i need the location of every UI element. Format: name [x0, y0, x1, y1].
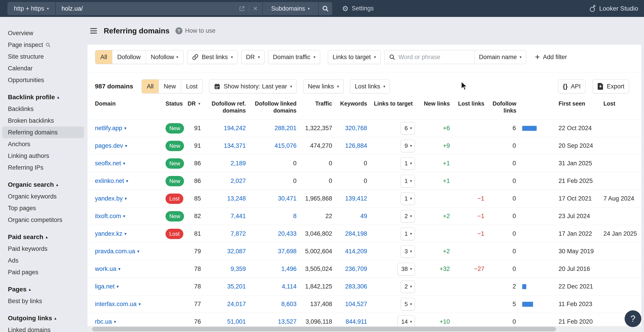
show-history-dropdown[interactable]: Show history: Last year ▾: [209, 80, 297, 94]
domain-link[interactable]: exlinko.net: [95, 178, 124, 184]
sidebar-item-organic-competitors[interactable]: Organic competitors: [2, 214, 84, 226]
chevron-down-icon[interactable]: ▾: [126, 178, 128, 184]
chevron-down-icon[interactable]: ▾: [114, 319, 116, 324]
sidebar-item-anchors[interactable]: Anchors: [2, 138, 84, 150]
how-to-use-link[interactable]: How to use: [185, 27, 216, 34]
add-filter-button[interactable]: + Add filter: [535, 53, 567, 61]
settings-button[interactable]: ⚙ Settings: [342, 0, 374, 17]
metric-link[interactable]: 30,471: [278, 195, 296, 202]
metric-link[interactable]: 32,087: [227, 248, 246, 255]
metric-link[interactable]: 7,872: [230, 230, 246, 237]
column-header-domain[interactable]: Domain: [95, 97, 166, 119]
api-button[interactable]: {} API: [558, 80, 585, 94]
metric-link[interactable]: 284,198: [345, 230, 367, 237]
column-header-dofollow-linked-domains[interactable]: Dofollow linked domains: [246, 97, 296, 119]
column-header-lost-links[interactable]: Lost links: [450, 97, 484, 119]
domain-traffic-filter[interactable]: Domain traffic ▾: [268, 50, 320, 64]
sidebar-section-backlink-profile[interactable]: Backlink profile▴: [2, 91, 84, 103]
metric-link[interactable]: 320,768: [345, 125, 367, 132]
links-to-target-select[interactable]: 1▾: [401, 157, 415, 170]
chevron-down-icon[interactable]: ▾: [123, 161, 125, 166]
metric-link[interactable]: 13,527: [278, 318, 296, 325]
metric-link[interactable]: 13,248: [227, 195, 246, 202]
column-header-new-links[interactable]: New links: [415, 97, 450, 119]
chevron-down-icon[interactable]: ▾: [139, 302, 141, 307]
sidebar-item-linked-domains[interactable]: Linked domains: [2, 324, 84, 332]
metric-link[interactable]: 2,189: [230, 160, 246, 167]
export-button[interactable]: Export: [592, 80, 629, 94]
domain-link[interactable]: liga.net: [95, 283, 114, 290]
column-header-status[interactable]: Status: [166, 97, 188, 119]
domain-link[interactable]: rbc.ua: [95, 318, 112, 325]
scrollbar-thumb[interactable]: [92, 327, 556, 331]
word-or-phrase-input[interactable]: Word or phrase: [384, 50, 474, 64]
chevron-down-icon[interactable]: ▾: [125, 143, 128, 148]
column-header-dr[interactable]: DR▼: [188, 97, 204, 119]
column-header-dofollow-ref-domains[interactable]: Dofollow ref. domains: [204, 97, 246, 119]
metric-link[interactable]: 8: [293, 213, 296, 220]
url-input[interactable]: holz.ua/ ✕: [55, 2, 263, 15]
follow-tab-nofollow[interactable]: Nofollow▾: [146, 50, 183, 64]
sidebar-item-page-inspect[interactable]: Page inspect: [2, 39, 84, 51]
search-button[interactable]: [318, 2, 332, 15]
links-to-target-select[interactable]: 38▾: [398, 263, 415, 276]
metric-link[interactable]: 126,884: [345, 142, 367, 149]
metric-link[interactable]: 415,076: [274, 142, 296, 149]
sidebar-item-referring-domains[interactable]: Referring domains: [2, 126, 84, 138]
metric-link[interactable]: 844,911: [346, 318, 367, 325]
domain-link[interactable]: yandex.by: [95, 195, 123, 202]
sidebar-section-outgoing-links[interactable]: Outgoing links▴: [2, 312, 84, 324]
metric-link[interactable]: 283,306: [345, 283, 367, 290]
dr-filter[interactable]: DR ▾: [241, 50, 265, 64]
domain-link[interactable]: itxoft.com: [95, 213, 121, 220]
sidebar-item-calendar[interactable]: Calendar: [2, 62, 84, 74]
links-to-target-select[interactable]: 6▾: [401, 122, 415, 135]
chevron-down-icon[interactable]: ▾: [125, 196, 127, 201]
chevron-down-icon[interactable]: ▾: [118, 266, 121, 272]
status-tab-lost[interactable]: Lost: [181, 80, 202, 93]
sidebar-item-paid-pages[interactable]: Paid pages: [2, 266, 84, 278]
chevron-down-icon[interactable]: ▾: [124, 231, 127, 236]
sidebar-item-site-structure[interactable]: Site structure: [2, 51, 84, 62]
column-header-traffic[interactable]: Traffic: [296, 97, 332, 119]
metric-link[interactable]: 51,001: [227, 318, 246, 325]
domain-link[interactable]: netlify.app: [95, 125, 122, 132]
sidebar-item-best-by-links[interactable]: Best by links: [2, 295, 84, 307]
metric-link[interactable]: 236,709: [345, 266, 367, 272]
metric-link[interactable]: 37,698: [278, 248, 296, 255]
metric-link[interactable]: 7,441: [230, 213, 246, 220]
links-to-target-select[interactable]: 1▾: [401, 175, 415, 188]
metric-link[interactable]: 414,209: [345, 248, 367, 255]
external-link-icon[interactable]: [239, 6, 245, 12]
column-header-lost[interactable]: Lost: [602, 97, 641, 119]
column-header-links-to-target[interactable]: Links to target: [367, 97, 415, 119]
search-scope-dropdown[interactable]: Domain name ▾: [474, 50, 526, 64]
subdomains-dropdown[interactable]: Subdomains ▾: [263, 2, 318, 15]
help-button[interactable]: ?: [624, 310, 641, 327]
metric-link[interactable]: 20,433: [278, 230, 296, 237]
status-tab-all[interactable]: All: [142, 80, 159, 93]
metric-link[interactable]: 2,027: [230, 178, 246, 184]
metric-link[interactable]: 4,114: [282, 283, 296, 290]
clear-icon[interactable]: ✕: [253, 5, 258, 12]
links-to-target-select[interactable]: 2▾: [401, 280, 415, 293]
column-header-first-seen[interactable]: First seen: [538, 97, 602, 119]
links-to-target-select[interactable]: 5▾: [401, 298, 415, 310]
metric-link[interactable]: 49: [360, 213, 367, 220]
menu-icon[interactable]: [90, 28, 98, 34]
sidebar-item-organic-keywords[interactable]: Organic keywords: [2, 190, 84, 202]
metric-link[interactable]: 8,603: [281, 301, 296, 308]
chevron-down-icon[interactable]: ▾: [137, 249, 140, 254]
follow-tab-all[interactable]: All: [96, 50, 112, 64]
chevron-down-icon[interactable]: ▾: [116, 284, 119, 289]
sidebar-item-backlinks[interactable]: Backlinks: [2, 103, 84, 115]
metric-link[interactable]: 134,371: [224, 142, 246, 149]
looker-studio-brand[interactable]: Looker Studio: [589, 0, 638, 17]
links-to-target-select[interactable]: 1▾: [401, 192, 415, 205]
protocol-dropdown[interactable]: http + https ▾: [8, 2, 55, 15]
sidebar-section-organic-search[interactable]: Organic search▴: [2, 179, 84, 190]
links-to-target-select[interactable]: 1▾: [401, 228, 415, 240]
help-icon[interactable]: ?: [176, 27, 182, 34]
domain-link[interactable]: pravda.com.ua: [95, 248, 135, 255]
follow-tab-dofollow[interactable]: Dofollow: [112, 50, 146, 64]
